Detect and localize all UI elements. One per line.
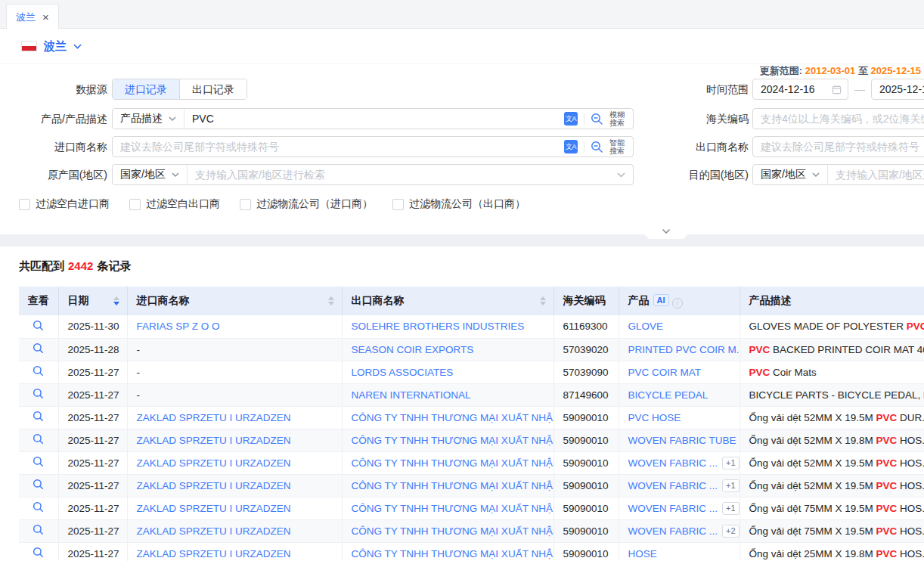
importer-link[interactable]: ZAKLAD SPRZETU I URZADZEN [137, 525, 291, 537]
product-link[interactable]: GLOVE [628, 321, 664, 332]
view-cell[interactable] [19, 474, 58, 497]
smart-search-label[interactable]: 智能搜索 [609, 138, 628, 155]
origin-country-select[interactable]: 国家/地区 [113, 165, 188, 184]
importer-link[interactable]: - [137, 344, 141, 355]
view-cell[interactable] [19, 406, 58, 429]
view-record-icon[interactable] [33, 479, 44, 490]
destination-country-select[interactable]: 国家/地区 [753, 165, 828, 184]
tab-import-records[interactable]: 进口记录 [113, 79, 179, 99]
exporter-link[interactable]: CÔNG TY TNHH THƯƠNG MẠI XUẤT NHẬP... [352, 548, 554, 559]
sort-icons-exporter[interactable] [540, 296, 546, 305]
exporter-link[interactable]: NAREN INTERNATIONAL [352, 389, 471, 401]
close-icon[interactable]: × [42, 11, 49, 23]
tab-export-records[interactable]: 出口记录 [179, 79, 247, 99]
importer-input[interactable] [113, 137, 564, 157]
importer-link[interactable]: - [137, 389, 141, 401]
view-record-icon[interactable] [33, 388, 44, 399]
importer-link[interactable]: ZAKLAD SPRZETU I URZADZEN [137, 435, 291, 446]
product-link[interactable]: BICYCLE PEDAL [628, 389, 709, 401]
view-cell[interactable] [19, 451, 58, 474]
importer-link[interactable]: FARIAS SP Z O O [137, 321, 220, 332]
product-input[interactable] [184, 109, 564, 129]
checkbox-icon[interactable] [129, 199, 141, 210]
view-record-icon[interactable] [33, 501, 44, 513]
column-importer[interactable]: 进口商名称 [127, 287, 342, 315]
filter-checkbox[interactable]: 过滤物流公司（出口商） [392, 197, 526, 211]
product-link[interactable]: WOVEN FABRIC ... [628, 503, 718, 514]
view-record-icon[interactable] [33, 320, 44, 331]
view-cell[interactable] [19, 497, 58, 519]
product-link[interactable]: WOVEN FABRIC TUBE [628, 435, 736, 446]
exporter-link[interactable]: CÔNG TY TNHH THƯƠNG MẠI XUẤT NHẬP... [352, 412, 554, 423]
exporter-link[interactable]: LORDS ASSOCIATES [352, 367, 454, 378]
chevron-down-icon[interactable] [73, 44, 82, 49]
chevron-down-icon[interactable] [617, 172, 625, 178]
sort-icons-date[interactable] [113, 296, 119, 305]
view-record-icon[interactable] [33, 524, 44, 535]
importer-link[interactable]: ZAKLAD SPRZETU I URZADZEN [137, 548, 291, 559]
column-exporter[interactable]: 出口商名称 [342, 287, 553, 315]
view-record-icon[interactable] [33, 433, 44, 445]
exporter-link[interactable]: CÔNG TY TNHH THƯƠNG MẠI XUẤT NHẬP... [352, 457, 554, 469]
product-link[interactable]: PVC HOSE [628, 412, 681, 423]
more-products-badge[interactable]: +2 [722, 525, 740, 538]
info-icon[interactable]: i [672, 298, 683, 308]
sort-icons-importer[interactable] [328, 296, 334, 305]
exporter-link[interactable]: CÔNG TY TNHH THƯƠNG MẠI XUẤT NHẬP... [352, 435, 554, 446]
exporter-link[interactable]: SEASON COIR EXPORTS [352, 344, 474, 355]
exporter-link[interactable]: CÔNG TY TNHH THƯƠNG MẠI XUẤT NHẬP... [352, 525, 554, 537]
importer-link[interactable]: - [137, 367, 141, 378]
filter-checkbox[interactable]: 过滤空白出口商 [129, 197, 220, 211]
importer-link[interactable]: ZAKLAD SPRZETU I URZADZEN [137, 480, 291, 491]
country-selector[interactable]: 波兰 [44, 39, 67, 54]
column-date[interactable]: 日期 [58, 287, 127, 315]
product-link[interactable]: PRINTED PVC COIR M... [628, 344, 740, 355]
more-products-badge[interactable]: +1 [722, 502, 740, 515]
product-link[interactable]: WOVEN FABRIC ... [628, 457, 718, 469]
more-products-badge[interactable]: +1 [722, 479, 740, 492]
view-cell[interactable] [19, 338, 58, 361]
filter-checkbox[interactable]: 过滤空白进口商 [19, 197, 110, 211]
date-start-input[interactable]: 2024-12-16 [752, 79, 848, 100]
view-cell[interactable] [19, 383, 58, 406]
view-cell[interactable] [19, 361, 58, 383]
view-record-icon[interactable] [33, 547, 44, 558]
exporter-link[interactable]: CÔNG TY TNHH THƯƠNG MẠI XUẤT NHẬP... [352, 503, 554, 514]
view-record-icon[interactable] [33, 342, 44, 354]
panel-gap [0, 234, 924, 246]
product-link[interactable]: PVC COIR MAT [628, 367, 702, 378]
origin-country-input[interactable] [188, 165, 617, 184]
checkbox-icon[interactable] [19, 199, 30, 210]
exporter-link[interactable]: SOLEHRE BROTHERS INDUSTRIES [352, 321, 525, 332]
smart-search-icon[interactable] [591, 141, 603, 153]
importer-link[interactable]: ZAKLAD SPRZETU I URZADZEN [137, 412, 291, 423]
exporter-input[interactable] [753, 137, 924, 157]
date-end-input[interactable]: 2025-12-15 [871, 79, 924, 100]
product-type-select[interactable]: 产品描述 [113, 109, 184, 129]
exporter-link[interactable]: CÔNG TY TNHH THƯƠNG MẠI XUẤT NHẬP... [352, 480, 554, 491]
view-record-icon[interactable] [33, 411, 44, 422]
view-record-icon[interactable] [33, 365, 44, 377]
checkbox-icon[interactable] [240, 199, 251, 210]
filter-checkbox[interactable]: 过滤物流公司（进口商） [240, 197, 373, 211]
view-cell[interactable] [19, 519, 58, 542]
fuzzy-search-icon[interactable] [591, 113, 603, 126]
importer-link[interactable]: ZAKLAD SPRZETU I URZADZEN [137, 457, 291, 469]
view-cell[interactable] [19, 542, 58, 561]
product-link[interactable]: HOSE [628, 548, 657, 559]
translate-icon[interactable]: 文A [564, 112, 578, 126]
view-cell[interactable] [19, 429, 58, 451]
fuzzy-search-label[interactable]: 模糊搜索 [609, 110, 628, 127]
destination-country-input[interactable] [828, 165, 924, 184]
data-source-segmented: 进口记录 出口记录 [112, 79, 247, 100]
product-link[interactable]: WOVEN FABRIC ... [628, 525, 718, 537]
translate-icon[interactable]: 文A [564, 140, 578, 153]
hs-code-input[interactable] [753, 109, 924, 129]
product-link[interactable]: WOVEN FABRIC ... [628, 480, 718, 491]
view-cell[interactable] [19, 315, 58, 338]
importer-link[interactable]: ZAKLAD SPRZETU I URZADZEN [137, 503, 291, 514]
more-products-badge[interactable]: +1 [722, 457, 740, 470]
view-record-icon[interactable] [33, 456, 44, 467]
tab-poland[interactable]: 波兰 × [6, 4, 59, 29]
checkbox-icon[interactable] [392, 199, 404, 210]
